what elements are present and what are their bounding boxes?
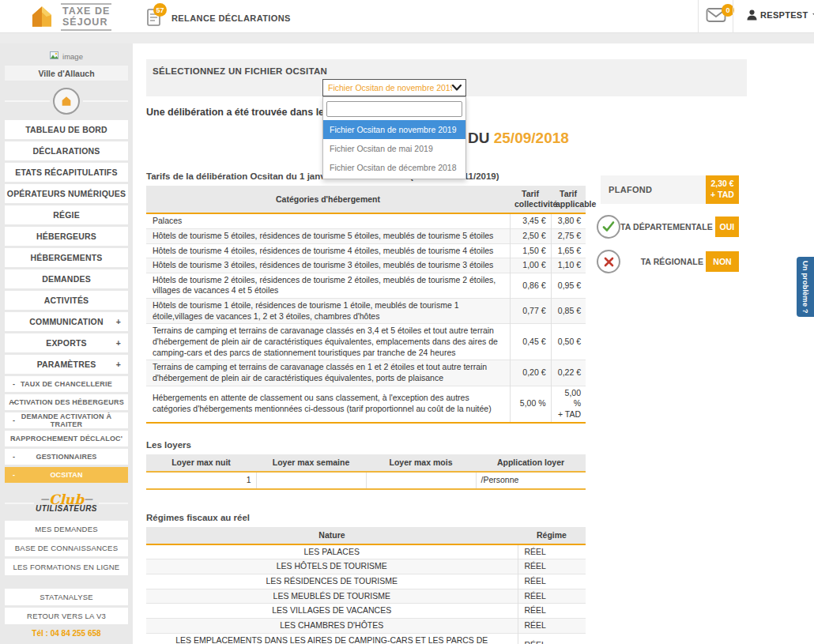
plus-icon: + bbox=[116, 317, 121, 326]
sidebar-item-parametres[interactable]: PARAMÈTRES+ bbox=[5, 355, 128, 374]
table-row: LES CHAMBRES D'HÔTESRÉEL bbox=[146, 618, 586, 633]
dropdown-option-fichier-ocsitan-de-mai-2019[interactable]: Fichier Ocsitan de mai 2019 bbox=[323, 139, 465, 158]
dash-icon: - bbox=[13, 398, 15, 406]
phone-number: Tél : 04 84 255 658 bbox=[5, 629, 128, 638]
ocsitan-file-select[interactable]: Fichier Ocsitan de novembre 2019 bbox=[322, 79, 466, 96]
nature-cell: LES HÔTELS DE TOURISME bbox=[146, 559, 518, 574]
broken-image-label: image bbox=[62, 52, 83, 61]
sidebar-subitem-activation-des-hebergeurs[interactable]: -ACTIVATION DES HÉBERGEURS bbox=[5, 394, 128, 410]
dash-icon: - bbox=[13, 416, 15, 424]
category-cell: Hébergements en attente de classement ou… bbox=[146, 386, 510, 422]
table-row: LES HÔTELS DE TOURISMERÉEL bbox=[146, 559, 586, 574]
loyer-cell bbox=[256, 472, 366, 489]
sidebar-item-tableau-de-bord[interactable]: TABLEAU DE BORD bbox=[5, 120, 128, 139]
club-menu: MES DEMANDESBASE DE CONNAISSANCESLES FOR… bbox=[5, 521, 128, 575]
sidebar-subitem-taux-de-chancellerie[interactable]: -TAUX DE CHANCELLERIE bbox=[5, 376, 128, 392]
deliberation-found-text: Une délibération a été trouvée dans le f… bbox=[146, 107, 801, 118]
home-divider bbox=[5, 84, 128, 119]
category-cell: Hôtels de tourisme 4 étoiles, résidences… bbox=[146, 243, 510, 258]
tax-info-panel: PLAFOND 2,30 € + TAD TA DÉPARTEMENTALE O… bbox=[597, 175, 739, 273]
dropdown-option-fichier-ocsitan-de-novembre-2019[interactable]: Fichier Ocsitan de novembre 2019 bbox=[323, 120, 465, 139]
sidebar-item-regie[interactable]: RÉGIE bbox=[5, 205, 128, 224]
club-logo-line1: Club bbox=[36, 494, 97, 505]
club-utilisateurs-logo: Club UTILISATEURS bbox=[34, 494, 99, 513]
sidebar-item-statanalyse[interactable]: STATANALYSE bbox=[5, 589, 128, 605]
category-cell: Terrains de camping et terrains de carav… bbox=[146, 324, 510, 360]
select-file-title: SÉLECTIONNEZ UN FICHIER OCSITAN bbox=[146, 59, 747, 76]
table-row: LES EMPLACEMENTS DANS LES AIRES DE CAMPI… bbox=[146, 633, 586, 644]
deliberation-date: 25/09/2018 bbox=[494, 130, 569, 146]
sidebar-item-hebergeurs[interactable]: HÉBERGEURS bbox=[5, 227, 128, 246]
messages-button[interactable]: 0 bbox=[706, 7, 729, 28]
sidebar-item-activites[interactable]: ACTIVITÉS bbox=[5, 291, 128, 310]
regime-cell: RÉEL bbox=[518, 633, 586, 644]
sidebar-subitem-rapprochement-declaloc[interactable]: -RAPPROCHEMENT DÉCLALOC' bbox=[5, 431, 128, 446]
tarifs-table: Catégories d'hébergementTarif collectivi… bbox=[146, 186, 586, 424]
sidebar-item-etats-recapitulatifs[interactable]: ETATS RÉCAPITULATIFS bbox=[5, 163, 128, 182]
home-button[interactable] bbox=[53, 88, 80, 115]
dash-icon: - bbox=[13, 453, 15, 461]
sidebar-subitem-ocsitan[interactable]: -OCSITAN bbox=[5, 467, 128, 483]
sidebar-item-operateurs-numeriques[interactable]: OPÉRATEURS NUMÉRIQUES bbox=[5, 184, 128, 203]
tarif-applicable-cell: 0,95 € bbox=[551, 273, 586, 298]
ta-departementale-row: TA DÉPARTEMENTALE OUI bbox=[597, 215, 739, 239]
tarif-applicable-cell: 0,50 € bbox=[551, 324, 586, 360]
table-row: LES PALACESRÉEL bbox=[146, 544, 586, 559]
regime-cell: RÉEL bbox=[518, 604, 586, 619]
regimes-header-row: NatureRégime bbox=[146, 527, 586, 544]
sidebar-item-base-de-connaissances[interactable]: BASE DE CONNAISSANCES bbox=[5, 540, 128, 556]
tarif-applicable-cell: 1,65 € bbox=[551, 243, 586, 258]
regime-cell: RÉEL bbox=[518, 574, 586, 589]
tarif-collectivite-cell: 1,00 € bbox=[510, 258, 551, 273]
dash-icon: - bbox=[13, 380, 15, 388]
sidebar-item-hebergements[interactable]: HÉBERGEMENTS bbox=[5, 248, 128, 267]
regime-cell: RÉEL bbox=[518, 544, 586, 559]
regime-cell: RÉEL bbox=[518, 559, 586, 574]
nature-cell: LES PALACES bbox=[146, 544, 518, 559]
category-cell: Hôtels de tourisme 1 étoile, résidences … bbox=[146, 299, 510, 324]
column-header: Application loyer bbox=[476, 454, 586, 472]
sidebar-item-exports[interactable]: EXPORTS+ bbox=[5, 333, 128, 352]
dropdown-search-input[interactable] bbox=[326, 101, 462, 117]
main-content: SÉLECTIONNEZ UN FICHIER OCSITAN Fichier … bbox=[133, 43, 814, 644]
category-cell: Hôtels de tourisme 3 étoiles, résidences… bbox=[146, 258, 510, 273]
table-row: Palaces3,45 €3,80 € bbox=[146, 213, 586, 228]
table-row: Hôtels de tourisme 4 étoiles, résidences… bbox=[146, 243, 586, 258]
check-circle-icon bbox=[597, 215, 620, 239]
sidebar-subitem-demande-activation-a-traiter[interactable]: -DEMANDE ACTIVATION À TRAITER bbox=[5, 412, 128, 428]
tarif-collectivite-cell: 0,45 € bbox=[510, 324, 551, 360]
column-header: Loyer max mois bbox=[366, 454, 476, 472]
loyers-caption: Les loyers bbox=[146, 440, 801, 450]
category-cell: Hôtels de tourisme 2 étoiles, résidences… bbox=[146, 273, 510, 298]
sidebar-item-communication[interactable]: COMMUNICATION+ bbox=[5, 312, 128, 331]
dropdown-options: Fichier Ocsitan de novembre 2019Fichier … bbox=[323, 120, 465, 177]
deliberation-date-heading: DU 25/09/2018 bbox=[468, 130, 801, 147]
app-logo[interactable]: TAXE DE SÉJOUR bbox=[28, 3, 111, 31]
user-menu[interactable]: RESPTEST bbox=[747, 9, 814, 21]
table-row: LES VILLAGES DE VACANCESRÉEL bbox=[146, 604, 586, 619]
relance-declarations-button[interactable]: 57 RELANCE DÉCLARATIONS bbox=[146, 7, 291, 28]
column-header: Tarif applicable bbox=[551, 186, 586, 213]
ta-departementale-label: TA DÉPARTEMENTALE bbox=[620, 222, 715, 232]
sidebar-item-retour-vers-la-v3[interactable]: RETOUR VERS LA V3 bbox=[5, 608, 128, 624]
problem-tab-button[interactable]: Un problème ? bbox=[797, 257, 814, 317]
tarif-collectivite-cell: 5,00 % bbox=[510, 386, 551, 422]
table-row: Hôtels de tourisme 1 étoile, résidences … bbox=[146, 299, 586, 324]
sidebar-item-declarations[interactable]: DÉCLARATIONS bbox=[5, 141, 128, 160]
deliberation-prefix: DU bbox=[468, 130, 489, 146]
broken-image-icon bbox=[50, 51, 60, 61]
sidebar-item-les-formations-en-ligne[interactable]: LES FORMATIONS EN LIGNE bbox=[5, 559, 128, 575]
user-name: RESPTEST bbox=[760, 10, 808, 20]
sidebar-item-demandes[interactable]: DEMANDES bbox=[5, 269, 128, 288]
ta-regionale-value: NON bbox=[706, 251, 739, 272]
table-row: Hôtels de tourisme 5 étoiles, résidences… bbox=[146, 228, 586, 243]
column-header: Loyer max nuit bbox=[146, 454, 256, 472]
tarif-applicable-cell: 1,10 € bbox=[551, 258, 586, 273]
sidebar-item-mes-demandes[interactable]: MES DEMANDES bbox=[5, 521, 128, 537]
sidebar-subitem-gestionnaires[interactable]: -GESTIONNAIRES bbox=[5, 449, 128, 465]
ta-regionale-row: TA RÉGIONALE NON bbox=[597, 250, 739, 273]
relance-count-badge: 57 bbox=[153, 3, 167, 17]
dropdown-option-fichier-ocsitan-de-decembre-2018[interactable]: Fichier Ocsitan de décembre 2018 bbox=[323, 158, 465, 177]
nature-cell: LES EMPLACEMENTS DANS LES AIRES DE CAMPI… bbox=[146, 633, 518, 644]
loyer-cell: /Personne bbox=[476, 472, 586, 489]
